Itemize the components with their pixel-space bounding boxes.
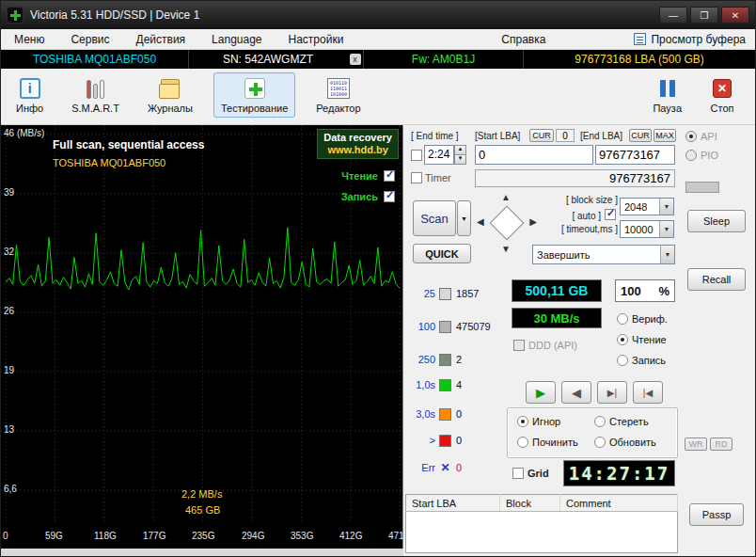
ignore-radio[interactable] (517, 416, 528, 427)
toolbar-logs-button[interactable]: Журналы (140, 72, 200, 118)
maximize-button[interactable]: ❐ (690, 7, 718, 24)
end-lba-max-button[interactable]: MAX (654, 129, 676, 142)
device-firmware: Fw: AM0B1J (364, 50, 524, 69)
green-cross-icon (244, 78, 265, 99)
info-icon: i (20, 78, 40, 99)
api-radio (685, 131, 697, 142)
col-comment[interactable]: Comment (560, 495, 678, 512)
seek-forward-button[interactable]: ▶| (597, 381, 627, 404)
action-refresh[interactable]: Обновить (594, 437, 656, 448)
toolbar-smart-label: S.M.A.R.T (71, 103, 119, 114)
menu-main[interactable]: Меню (1, 29, 57, 49)
spin-up-icon[interactable]: ▲ (454, 145, 466, 155)
write-curve-checkbox[interactable] (384, 191, 395, 202)
capacity-display: 500,11 GB (512, 279, 602, 302)
end-time-spinner[interactable]: 2:24 (424, 145, 454, 165)
mode-write[interactable]: Запись (617, 355, 666, 366)
mode-verify[interactable]: Вериф. (617, 313, 668, 325)
toolbar-test-label: Тестирование (221, 103, 288, 114)
minimize-button[interactable]: — (659, 7, 687, 24)
play-button[interactable]: ▶ (526, 381, 556, 404)
timer-checkbox[interactable] (411, 172, 422, 183)
toolbar-pause-button[interactable]: Пауза (645, 72, 689, 118)
auto-checkbox[interactable] (605, 209, 616, 220)
recall-button[interactable]: Recall (687, 268, 746, 291)
quick-button[interactable]: QUICK (413, 244, 471, 263)
timeout-combo[interactable]: 10000 ▼ (620, 220, 674, 238)
remap-radio[interactable] (517, 437, 528, 448)
toolbar-smart-button[interactable]: S.M.A.R.T (64, 72, 127, 118)
buffer-icon (634, 33, 646, 45)
window-title: Victoria 5.31 HDD/SSD | Device 1 (30, 8, 199, 22)
refresh-radio[interactable] (594, 437, 606, 448)
toolbar-test-button[interactable]: Тестирование (213, 72, 295, 118)
spin-down-icon[interactable]: ▼ (454, 155, 466, 165)
app-window: Victoria 5.31 HDD/SSD | Device 1 — ❐ ✕ М… (0, 0, 756, 557)
jog-down-icon[interactable]: ▼ (501, 244, 511, 254)
sleep-button[interactable]: Sleep (687, 210, 746, 232)
verify-radio[interactable] (617, 313, 628, 325)
legend-swatch (439, 408, 451, 421)
jog-right-icon[interactable]: ▶ (529, 216, 537, 227)
y-tick: 26 (4, 306, 14, 316)
stop-x-icon: ✕ (713, 79, 732, 98)
x-tick: 118G (94, 531, 117, 541)
start-lba-input[interactable]: 0 (475, 145, 593, 165)
write-label: Запись (632, 355, 666, 366)
read-curve-toggle[interactable]: Чтение (341, 170, 395, 182)
defect-table[interactable]: Start LBA Block Comment (405, 494, 678, 553)
read-radio[interactable] (617, 334, 628, 345)
read-curve-checkbox[interactable] (384, 170, 395, 182)
erase-radio[interactable] (594, 416, 606, 427)
scan-button[interactable]: Scan (413, 200, 456, 236)
serial-close-chip[interactable]: x (347, 50, 364, 69)
binary-editor-icon: 010110 110011 101000 100001 (327, 78, 350, 99)
end-lba-input[interactable]: 976773167 (595, 145, 675, 165)
col-block[interactable]: Block (500, 495, 560, 512)
jog-left-icon[interactable]: ◀ (477, 216, 484, 227)
grid-checkbox[interactable] (512, 468, 524, 479)
legend-row-250: 250 2 (407, 353, 462, 366)
toolbar-info-button[interactable]: i Инфо (8, 72, 51, 118)
passp-button[interactable]: Passp (689, 503, 744, 526)
menu-settings[interactable]: Настройки (276, 29, 357, 49)
menu-actions[interactable]: Действия (123, 29, 199, 49)
percent-value: 100 (621, 284, 641, 298)
after-test-combo[interactable]: Завершить ▼ (532, 245, 675, 264)
jog-up-icon[interactable]: ▲ (501, 192, 511, 202)
block-size-combo[interactable]: 2048 ▼ (620, 198, 674, 215)
rd-button: RD (710, 438, 732, 451)
menu-help[interactable]: Справка (488, 29, 559, 49)
seek-back-button[interactable]: |◀ (633, 381, 663, 404)
menu-service[interactable]: Сервис (57, 29, 122, 49)
end-lba-cur-button[interactable]: CUR (629, 129, 652, 142)
graph-model-label: TOSHIBA MQ01ABF050 (53, 157, 165, 168)
close-button[interactable]: ✕ (721, 7, 749, 24)
legend-label: Err (407, 462, 435, 473)
write-radio[interactable] (617, 355, 628, 366)
end-time-spin-arrows[interactable]: ▲ ▼ (454, 145, 466, 165)
legend-swatch (439, 379, 451, 391)
end-time-label: [ End time ] (411, 131, 459, 141)
device-info-bar: TOSHIBA MQ01ABF050 SN: 542AWGMZT x Fw: A… (1, 50, 755, 69)
end-time-checkbox[interactable] (411, 150, 422, 161)
action-ignore[interactable]: Игнор (517, 416, 560, 427)
y-tick: 13 (4, 424, 14, 435)
menu-bar: Меню Сервис Действия Language Настройки … (1, 29, 755, 50)
title-bar: Victoria 5.31 HDD/SSD | Device 1 — ❐ ✕ (1, 1, 755, 29)
write-curve-toggle[interactable]: Запись (341, 191, 395, 202)
toolbar-editor-button[interactable]: 010110 110011 101000 100001 Редактор (308, 72, 368, 118)
start-lba-cur-button[interactable]: CUR (529, 129, 554, 142)
action-remap[interactable]: Починить (517, 437, 578, 448)
col-start-lba[interactable]: Start LBA (406, 495, 500, 512)
back-button[interactable]: ◀ (561, 381, 591, 404)
chevron-down-icon: ▼ (659, 221, 673, 237)
menu-language[interactable]: Language (198, 29, 275, 49)
toolbar: i Инфо S.M.A.R.T Журналы Тестирование 01… (1, 69, 755, 125)
mode-read[interactable]: Чтение (617, 334, 667, 345)
scan-dropdown-button[interactable]: ▼ (457, 200, 471, 236)
buffer-view-label: Просмотр буфера (651, 33, 746, 46)
buffer-view-button[interactable]: Просмотр буфера (634, 33, 755, 46)
action-erase[interactable]: Стереть (594, 416, 649, 427)
toolbar-stop-button[interactable]: ✕ Стоп (702, 72, 742, 118)
